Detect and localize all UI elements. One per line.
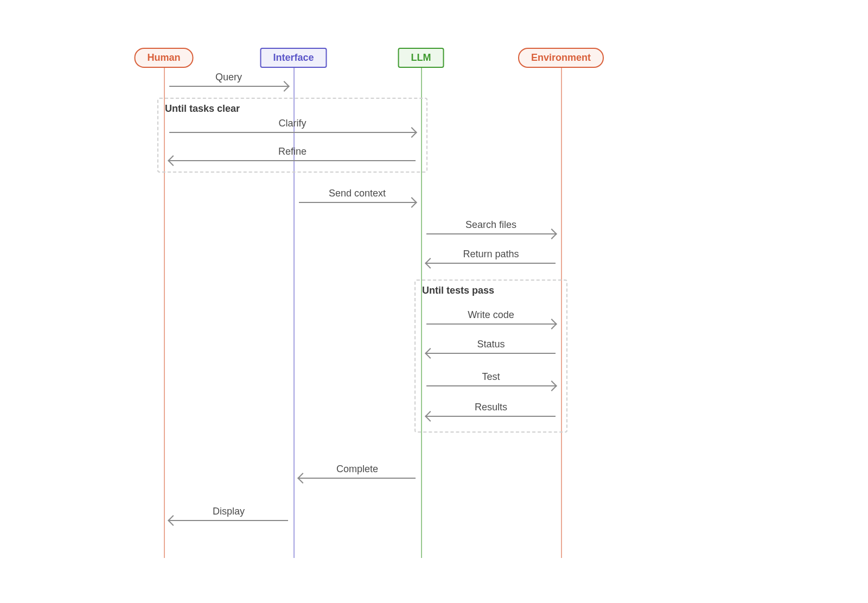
message-label: Write code bbox=[468, 309, 514, 321]
actor-label: Human bbox=[147, 52, 180, 63]
message-label: Clarify bbox=[278, 118, 306, 129]
loop-label: Until tests pass bbox=[422, 285, 494, 296]
actor-label: Interface bbox=[273, 52, 314, 63]
message-label: Send context bbox=[329, 188, 386, 199]
actor-llm: LLM bbox=[398, 48, 444, 68]
message-label: Display bbox=[213, 506, 245, 517]
loop-label: Until tasks clear bbox=[165, 103, 240, 115]
message-label: Return paths bbox=[463, 249, 519, 260]
message-label: Test bbox=[482, 371, 500, 383]
actor-environment: Environment bbox=[518, 48, 604, 68]
sequence-diagram: Until tasks clear Until tests pass Human… bbox=[0, 0, 868, 603]
message-label: Results bbox=[475, 402, 507, 413]
message-label: Query bbox=[215, 72, 242, 83]
loop-until-tasks-clear: Until tasks clear bbox=[157, 98, 427, 173]
message-label: Status bbox=[477, 339, 505, 350]
message-label: Refine bbox=[278, 146, 307, 157]
actor-human: Human bbox=[134, 48, 193, 68]
actor-label: LLM bbox=[411, 52, 431, 63]
message-label: Complete bbox=[336, 464, 378, 475]
actor-interface: Interface bbox=[260, 48, 327, 68]
message-label: Search files bbox=[465, 219, 516, 231]
actor-label: Environment bbox=[531, 52, 591, 63]
